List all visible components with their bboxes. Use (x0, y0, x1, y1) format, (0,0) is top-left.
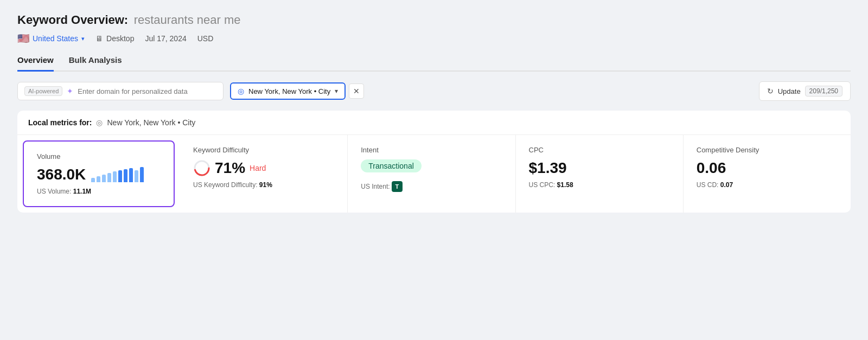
tab-overview[interactable]: Overview (17, 55, 54, 72)
cd-sub-label: US CD: (697, 181, 719, 189)
bar-10 (140, 167, 144, 182)
metrics-location: New York, New York • City (107, 118, 195, 127)
kd-label: Keyword Difficulty (193, 146, 334, 154)
country-selector[interactable]: 🇺🇸 United States ▾ (17, 33, 85, 44)
cpc-label: CPC (529, 146, 670, 154)
intent-cell: Intent Transactional US Intent: T (348, 135, 515, 213)
intent-sub-label: US Intent: (361, 183, 390, 190)
desktop-icon: 🖥 (95, 34, 103, 43)
location-selector[interactable]: ◎ New York, New York • City ▾ (230, 82, 346, 100)
metrics-header: Local metrics for: ◎ New York, New York … (17, 111, 851, 135)
update-counter: 209/1,250 (805, 86, 843, 97)
kd-value-wrapper: 71% Hard (193, 159, 334, 177)
cpc-cell: CPC $1.39 US CPC: $1.58 (516, 135, 684, 213)
page-title: Keyword Overview: restaurants near me (17, 13, 851, 27)
update-button[interactable]: ↻ Update 209/1,250 (759, 81, 851, 101)
kd-sub: US Keyword Difficulty: 91% (193, 181, 334, 189)
volume-chart (91, 167, 144, 182)
title-prefix: Keyword Overview: (17, 13, 128, 27)
cpc-value: $1.39 (529, 159, 670, 177)
location-pin-icon-2: ◎ (96, 118, 103, 127)
date-display: Jul 17, 2024 (145, 34, 186, 43)
flag-icon: 🇺🇸 (17, 33, 29, 44)
refresh-icon: ↻ (767, 87, 774, 95)
cd-sub: US CD: 0.07 (697, 181, 838, 189)
cd-value: 0.06 (697, 159, 838, 177)
volume-number: 368.0K (37, 166, 86, 183)
bar-4 (107, 173, 111, 182)
toolbar: AI-powered ✦ ◎ New York, New York • City… (17, 81, 851, 101)
cd-cell: Competitive Density 0.06 US CD: 0.07 (684, 135, 851, 213)
chevron-down-icon: ▾ (335, 87, 338, 95)
device-label: Desktop (106, 34, 134, 43)
bar-5 (113, 171, 117, 182)
volume-cell: Volume 368.0K US Volume: 11 (23, 140, 175, 207)
domain-input[interactable] (78, 87, 216, 95)
intent-sub: US Intent: T (361, 181, 502, 192)
bar-7 (124, 169, 127, 182)
tab-bulk-analysis[interactable]: Bulk Analysis (69, 55, 122, 72)
chevron-down-icon: ▾ (81, 35, 85, 42)
volume-sub-value: 11.1M (73, 188, 91, 195)
sparkle-icon: ✦ (67, 87, 73, 95)
cpc-sub-label: US CPC: (529, 181, 556, 189)
domain-input-wrapper[interactable]: AI-powered ✦ (17, 82, 224, 100)
volume-label: Volume (37, 152, 161, 161)
title-keyword: restaurants near me (134, 13, 241, 27)
bar-3 (102, 175, 106, 182)
bar-2 (97, 176, 100, 182)
date-label: Jul 17, 2024 (145, 34, 186, 43)
metrics-grid: Volume 368.0K US Volume: 11 (17, 135, 851, 213)
metrics-card: Local metrics for: ◎ New York, New York … (17, 111, 851, 213)
currency-label: USD (197, 34, 214, 43)
ai-badge: AI-powered (24, 86, 62, 96)
kd-number: 71% (215, 159, 245, 177)
kd-cell: Keyword Difficulty 71% Hard US Keyword D… (180, 135, 348, 213)
intent-badge: Transactional (361, 159, 422, 172)
us-intent-badge: T (392, 181, 403, 192)
device-selector: 🖥 Desktop (95, 34, 134, 43)
intent-label: Intent (361, 146, 502, 154)
update-label: Update (778, 87, 801, 95)
metrics-header-label: Local metrics for: (28, 118, 92, 127)
meta-row: 🇺🇸 United States ▾ 🖥 Desktop Jul 17, 202… (17, 33, 851, 44)
cd-sub-value: 0.07 (720, 181, 733, 189)
volume-sub-label: US Volume: (37, 188, 71, 195)
kd-tag: Hard (250, 164, 266, 172)
cd-label: Competitive Density (697, 146, 838, 154)
location-pin-icon: ◎ (238, 87, 244, 95)
location-text: New York, New York • City (248, 87, 330, 95)
cpc-sub: US CPC: $1.58 (529, 181, 670, 189)
cpc-sub-value: $1.58 (557, 181, 573, 189)
kd-sub-label: US Keyword Difficulty: (193, 181, 257, 189)
country-label: United States (33, 34, 78, 43)
bar-1 (91, 178, 95, 182)
bar-9 (135, 170, 138, 182)
location-clear-button[interactable]: ✕ (349, 84, 364, 99)
tab-bar: Overview Bulk Analysis (17, 55, 851, 72)
bar-8 (129, 168, 133, 182)
bar-6 (118, 170, 122, 182)
volume-value: 368.0K (37, 166, 161, 183)
kd-circle-icon (193, 159, 210, 177)
currency-display: USD (197, 34, 214, 43)
volume-sub: US Volume: 11.1M (37, 188, 161, 195)
kd-sub-value: 91% (259, 181, 272, 189)
